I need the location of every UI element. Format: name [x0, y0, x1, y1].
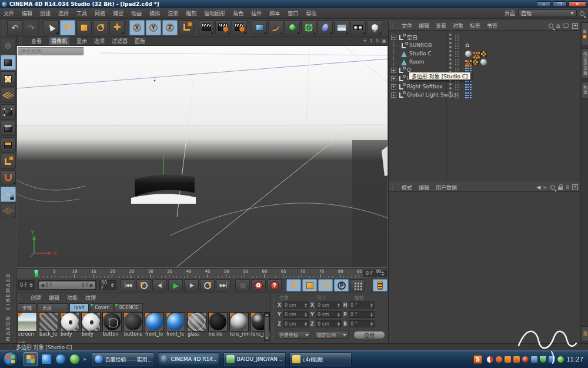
menu-item-script[interactable]: 脚本: [269, 9, 280, 17]
taskbar-clock[interactable]: 11:27: [566, 356, 583, 363]
pos-y-field[interactable]: 0 cm: [283, 311, 309, 318]
material-thumb-lensrim[interactable]: [229, 312, 249, 331]
visibility-dots[interactable]: [449, 42, 452, 49]
scroll-down-icon[interactable]: [265, 337, 269, 340]
om-menu-bookmarks[interactable]: 书签: [487, 22, 497, 29]
keyframe-selection-button[interactable]: [373, 279, 387, 291]
material-item[interactable]: body: [81, 312, 102, 338]
material-thumb-inside[interactable]: [208, 312, 228, 331]
expand-toggle[interactable]: +: [391, 68, 396, 73]
am-menu-mode[interactable]: 模式: [402, 184, 412, 191]
menu-item-create[interactable]: 创建: [40, 9, 51, 17]
material-menu-texture[interactable]: 纹理: [85, 294, 96, 301]
range-left-arrow-icon[interactable]: ◀: [41, 283, 44, 288]
tab-layers[interactable]: 层: [581, 326, 588, 342]
subdivision-surface-button[interactable]: [285, 20, 300, 35]
om-menu-edit[interactable]: 编辑: [419, 22, 429, 29]
viewport-menu-panel[interactable]: 面板: [135, 37, 145, 45]
scroll-up-icon[interactable]: [265, 314, 269, 316]
history-icon[interactable]: 8: [566, 184, 569, 190]
render-view-button[interactable]: [199, 20, 214, 35]
model-mode-button[interactable]: [1, 55, 16, 70]
history-forward-icon[interactable]: ▶: [543, 184, 547, 190]
menu-item-mograph[interactable]: 运动图形: [204, 9, 225, 17]
om-grip[interactable]: [390, 21, 394, 29]
object-row-sunrgb[interactable]: SUNRGB ⌂: [389, 41, 580, 49]
lock-y-axis-button[interactable]: Y: [146, 20, 161, 35]
move-tool-button[interactable]: ✚: [60, 20, 75, 35]
menu-item-snap[interactable]: 捕捉: [113, 9, 123, 17]
menu-item-tools[interactable]: 工具: [76, 9, 87, 17]
messenger-icon[interactable]: [70, 354, 79, 364]
selection-tag-icon[interactable]: [465, 60, 467, 62]
home-icon[interactable]: ⌂: [556, 22, 560, 29]
close-button[interactable]: ✕: [569, 1, 586, 7]
material-thumb-button[interactable]: [102, 312, 122, 331]
material-item[interactable]: inside: [208, 312, 229, 338]
material-item[interactable]: button: [102, 312, 123, 338]
material-menu-create[interactable]: 创建: [31, 294, 41, 301]
edges-mode-button[interactable]: [1, 121, 16, 136]
scale-mode-dropdown[interactable]: 锁定比例: [315, 331, 349, 339]
lock-z-axis-button[interactable]: Z: [162, 20, 178, 35]
viewport-grip[interactable]: [19, 37, 23, 45]
menu-item-file[interactable]: 文件: [4, 9, 14, 17]
texture-mode-button[interactable]: [1, 71, 16, 87]
menu-item-plugins[interactable]: 插件: [251, 9, 262, 17]
modeling-generator-button[interactable]: [301, 20, 316, 35]
viewport-rotate-icon[interactable]: ↻: [376, 38, 380, 44]
xpresso-tag-icon[interactable]: [465, 68, 467, 69]
size-y-field[interactable]: 0 cm: [316, 311, 342, 318]
tab-all[interactable]: 全部: [18, 303, 36, 311]
visibility-dots[interactable]: [449, 50, 452, 57]
polygons-mode-button[interactable]: [1, 137, 16, 152]
apply-button[interactable]: 应用: [353, 331, 385, 339]
visibility-dots[interactable]: [449, 83, 452, 90]
goto-start-button[interactable]: |◀◀: [121, 279, 135, 291]
range-end-field[interactable]: 90 F: [99, 280, 116, 290]
menu-item-edit[interactable]: 编辑: [22, 9, 32, 17]
am-menu-edit[interactable]: 编辑: [419, 184, 429, 191]
scroll-track[interactable]: [265, 317, 269, 337]
rot-p-field[interactable]: 0 °: [349, 311, 375, 318]
lock-icon[interactable]: [558, 187, 563, 190]
menu-item-simulate[interactable]: 模拟: [149, 9, 160, 17]
play-reverse-button[interactable]: [136, 279, 151, 291]
add-bookmark-icon[interactable]: +: [572, 23, 578, 29]
object-label[interactable]: SUNRGB: [409, 42, 432, 48]
redo-button[interactable]: ↷: [24, 20, 39, 35]
object-label[interactable]: 空白: [407, 34, 417, 41]
am-grip[interactable]: [390, 183, 394, 191]
xpresso-tag-icon[interactable]: [465, 84, 467, 86]
make-editable-button[interactable]: ⚙: [1, 38, 16, 54]
tray-update-icon[interactable]: [557, 356, 564, 363]
viewport-menu-camera[interactable]: 摄像机: [49, 37, 69, 45]
tab-structure[interactable]: 构造: [581, 81, 588, 99]
current-frame-field[interactable]: 0 F: [363, 270, 387, 277]
expand-toggle[interactable]: +: [391, 92, 396, 98]
om-menu-view[interactable]: 查看: [436, 22, 446, 29]
expand-toggle[interactable]: +: [391, 76, 396, 81]
tray-flame-icon[interactable]: [505, 356, 511, 363]
spline-pen-button[interactable]: [268, 20, 283, 35]
overflow-chevron-icon[interactable]: »: [83, 356, 86, 362]
tab-ipad[interactable]: ipad: [69, 303, 89, 311]
om-menu-tags[interactable]: 标签: [470, 22, 480, 29]
menu-item-sculpt[interactable]: 雕刻: [186, 9, 196, 17]
material-grip[interactable]: [18, 293, 22, 301]
last-tool-button[interactable]: ✚: [109, 20, 125, 35]
render-picture-viewer-button[interactable]: [215, 20, 230, 35]
tray-download-icon[interactable]: [496, 356, 502, 363]
keyframe-record-button[interactable]: [251, 279, 266, 291]
tray-windows-icon[interactable]: [549, 356, 555, 363]
material-item[interactable]: front_le: [166, 312, 186, 338]
material-thumb-screen[interactable]: [18, 312, 37, 331]
key-rotation-toggle[interactable]: [318, 279, 333, 291]
taskbar-item-c4d-textures-folder[interactable]: c4d贴图: [289, 352, 352, 366]
viewport-menu-filter[interactable]: 过滤器: [112, 37, 128, 45]
tab-objects[interactable]: [581, 22, 588, 46]
environment-floor-button[interactable]: [334, 20, 349, 35]
om-search-icon[interactable]: [549, 24, 553, 28]
material-thumb-backlight[interactable]: [39, 312, 58, 331]
lock-x-axis-button[interactable]: X: [129, 20, 145, 35]
